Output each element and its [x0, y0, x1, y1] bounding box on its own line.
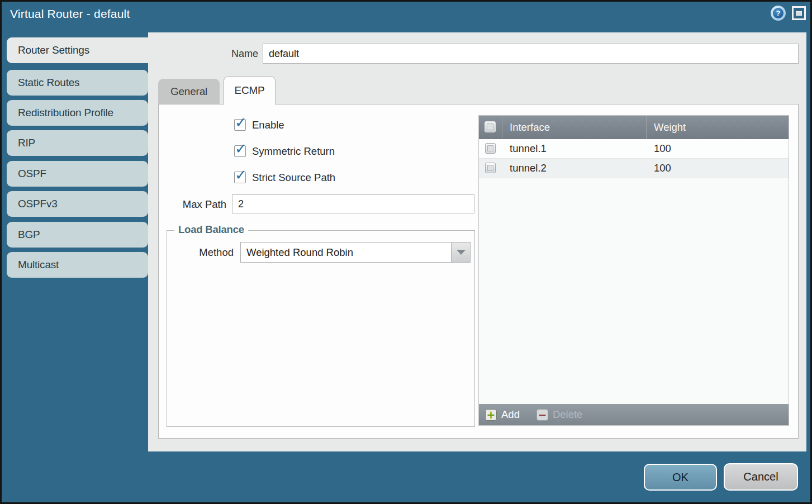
enable-checkbox[interactable]: ✓ [234, 119, 246, 131]
add-button[interactable]: + Add [485, 408, 520, 421]
sidebar-item-static-routes[interactable]: Static Routes [7, 70, 148, 96]
sidebar-item-redistribution-profile[interactable]: Redistribution Profile [7, 100, 148, 126]
checkbox-inner [487, 145, 493, 151]
table-row[interactable]: tunnel.2 100 [479, 159, 789, 178]
check-icon: ✓ [235, 115, 247, 130]
plus-icon: + [485, 409, 497, 421]
dialog-title: Virtual Router - default [10, 7, 130, 21]
column-header-weight[interactable]: Weight [647, 116, 789, 139]
enable-label: Enable [252, 119, 284, 131]
minus-icon: − [536, 409, 548, 421]
checkbox-inner [487, 123, 493, 130]
load-balance-group: Load Balance Method Weighted Round Robin [167, 230, 475, 427]
cell-interface[interactable]: tunnel.1 [502, 139, 647, 158]
dropdown-button[interactable] [451, 243, 470, 262]
interface-table-header: Interface Weight [479, 116, 789, 139]
question-mark-glyph: ? [773, 8, 783, 18]
help-icon[interactable]: ? [771, 6, 786, 21]
sidebar-item-ospfv3[interactable]: OSPFv3 [7, 191, 148, 217]
strict-source-path-label: Strict Source Path [252, 172, 335, 184]
max-path-input[interactable] [232, 194, 474, 213]
cell-weight[interactable]: 100 [647, 159, 789, 178]
restore-window-pane [796, 11, 802, 16]
ecmp-panel: ✓ Enable ✓ Symmetric Return ✓ Strict Sou… [158, 104, 799, 439]
strict-source-path-checkbox[interactable]: ✓ [234, 172, 246, 183]
table-row[interactable]: tunnel.1 100 [479, 139, 789, 159]
add-button-label: Add [501, 408, 520, 421]
check-icon: ✓ [235, 168, 247, 182]
delete-button-label: Delete [553, 408, 582, 421]
header-checkbox-column [479, 116, 502, 139]
symmetric-return-label: Symmetric Return [252, 145, 335, 158]
tab-general[interactable]: General [158, 79, 220, 104]
sidebar-item-router-settings[interactable]: Router Settings [7, 37, 148, 63]
chevron-down-icon [457, 250, 466, 255]
sidebar-item-rip[interactable]: RIP [7, 130, 148, 156]
method-label: Method [178, 246, 234, 259]
symmetric-return-checkbox[interactable]: ✓ [234, 145, 246, 157]
max-path-label: Max Path [159, 198, 226, 211]
sidebar-item-multicast[interactable]: Multicast [7, 252, 148, 278]
method-dropdown-value: Weighted Round Robin [246, 243, 353, 262]
check-icon: ✓ [235, 141, 247, 156]
sidebar-item-ospf[interactable]: OSPF [7, 161, 148, 187]
row-checkbox[interactable] [485, 143, 496, 154]
sidebar-item-bgp[interactable]: BGP [7, 222, 148, 248]
column-header-interface[interactable]: Interface [502, 116, 647, 139]
cell-weight[interactable]: 100 [647, 139, 789, 158]
cell-interface[interactable]: tunnel.2 [502, 159, 647, 178]
row-checkbox[interactable] [485, 163, 496, 173]
checkbox-inner [487, 165, 493, 171]
interface-table: Interface Weight tunnel.1 100 tunnel.2 1… [478, 115, 789, 426]
name-input[interactable] [263, 44, 799, 64]
method-dropdown[interactable]: Weighted Round Robin [240, 242, 471, 263]
select-all-checkbox[interactable] [485, 121, 496, 132]
load-balance-legend: Load Balance [174, 224, 248, 236]
restore-window-icon[interactable] [792, 6, 806, 20]
tab-ecmp[interactable]: ECMP [224, 76, 276, 104]
table-toolbar: + Add − Delete [479, 404, 789, 425]
ok-button[interactable]: OK [644, 464, 717, 491]
name-label: Name [184, 45, 258, 62]
cancel-button[interactable]: Cancel [724, 463, 798, 491]
delete-button[interactable]: − Delete [536, 408, 582, 421]
